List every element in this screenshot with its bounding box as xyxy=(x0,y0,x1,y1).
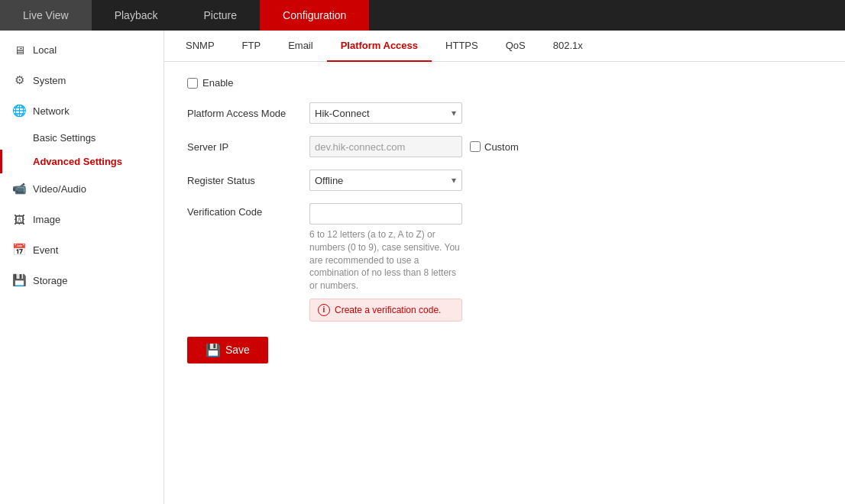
sidebar-item-network[interactable]: 🌐 Network xyxy=(0,95,163,126)
verification-code-label: Verification Code xyxy=(187,203,309,218)
sidebar-item-storage[interactable]: 💾 Storage xyxy=(0,265,163,296)
save-label: Save xyxy=(225,344,250,356)
top-navigation: Live View Playback Picture Configuration xyxy=(0,0,845,31)
save-icon: 💾 xyxy=(206,343,221,357)
server-ip-input-group: Custom xyxy=(309,136,519,157)
tab-qos[interactable]: QoS xyxy=(492,31,539,62)
custom-label-text: Custom xyxy=(484,141,519,153)
tab-https[interactable]: HTTPS xyxy=(432,31,492,62)
sidebar-label-storage: Storage xyxy=(33,275,68,286)
verification-warning-banner: i Create a verification code. xyxy=(309,299,462,321)
custom-checkbox[interactable] xyxy=(470,141,481,152)
register-status-row: Register Status Offline Online xyxy=(187,170,822,191)
verification-code-row: Verification Code 6 to 12 letters (a to … xyxy=(187,203,822,321)
server-ip-label: Server IP xyxy=(187,141,309,153)
verification-warning-text: Create a verification code. xyxy=(335,305,441,315)
tab-email[interactable]: Email xyxy=(274,31,327,62)
sidebar-label-network: Network xyxy=(33,105,70,117)
warning-icon: i xyxy=(318,304,330,316)
server-ip-input[interactable] xyxy=(309,136,462,157)
image-icon: 🖼 xyxy=(11,212,27,227)
network-icon: 🌐 xyxy=(11,103,27,118)
sidebar-label-system: System xyxy=(33,75,66,86)
platform-access-mode-row: Platform Access Mode Hik-Connect xyxy=(187,102,822,124)
custom-checkbox-label[interactable]: Custom xyxy=(470,141,519,153)
enable-checkbox[interactable] xyxy=(187,78,198,89)
sidebar-sub-basic-settings[interactable]: Basic Settings xyxy=(0,126,163,150)
enable-row: Enable xyxy=(187,77,822,89)
local-icon: 🖥 xyxy=(11,42,27,57)
register-status-label: Register Status xyxy=(187,175,309,186)
tab-ftp[interactable]: FTP xyxy=(228,31,275,62)
event-icon: 📅 xyxy=(11,242,27,257)
nav-playback[interactable]: Playback xyxy=(92,0,181,31)
platform-access-mode-wrapper: Hik-Connect xyxy=(309,102,462,124)
nav-configuration[interactable]: Configuration xyxy=(260,0,369,31)
verification-hint-text: 6 to 12 letters (a to z, A to Z) or numb… xyxy=(309,228,462,292)
platform-access-mode-label: Platform Access Mode xyxy=(187,108,309,119)
sidebar-item-local[interactable]: 🖥 Local xyxy=(0,34,163,65)
tab-snmp[interactable]: SNMP xyxy=(172,31,228,62)
storage-icon: 💾 xyxy=(11,273,27,288)
nav-live-view[interactable]: Live View xyxy=(0,0,92,31)
sidebar: 🖥 Local ⚙ System 🌐 Network Basic Setting… xyxy=(0,31,164,504)
sidebar-item-event[interactable]: 📅 Event xyxy=(0,234,163,265)
sidebar-label-image: Image xyxy=(33,214,60,225)
main-layout: 🖥 Local ⚙ System 🌐 Network Basic Setting… xyxy=(0,31,845,504)
register-status-wrapper: Offline Online xyxy=(309,170,462,191)
tab-platform-access[interactable]: Platform Access xyxy=(327,31,432,62)
sidebar-item-system[interactable]: ⚙ System xyxy=(0,65,163,95)
verification-code-input[interactable] xyxy=(309,203,462,225)
platform-access-mode-select[interactable]: Hik-Connect xyxy=(309,102,462,124)
sidebar-sub-advanced-settings[interactable]: Advanced Settings xyxy=(0,150,163,173)
system-icon: ⚙ xyxy=(11,73,27,88)
save-button[interactable]: 💾 Save xyxy=(187,337,268,363)
sidebar-item-video-audio[interactable]: 📹 Video/Audio xyxy=(0,173,163,204)
nav-picture[interactable]: Picture xyxy=(180,0,260,31)
sidebar-label-local: Local xyxy=(33,44,57,56)
verification-code-col: 6 to 12 letters (a to z, A to Z) or numb… xyxy=(309,203,462,321)
enable-label[interactable]: Enable xyxy=(202,77,233,89)
form-area: Enable Platform Access Mode Hik-Connect … xyxy=(164,62,845,379)
video-audio-icon: 📹 xyxy=(11,181,27,196)
server-ip-row: Server IP Custom xyxy=(187,136,822,157)
register-status-select[interactable]: Offline Online xyxy=(309,170,462,191)
main-content: SNMP FTP Email Platform Access HTTPS QoS… xyxy=(164,31,845,504)
tab-8021x[interactable]: 802.1x xyxy=(539,31,597,62)
tab-bar: SNMP FTP Email Platform Access HTTPS QoS… xyxy=(164,31,845,62)
sidebar-label-event: Event xyxy=(33,244,58,256)
sidebar-label-video-audio: Video/Audio xyxy=(33,183,86,195)
sidebar-item-image[interactable]: 🖼 Image xyxy=(0,204,163,234)
